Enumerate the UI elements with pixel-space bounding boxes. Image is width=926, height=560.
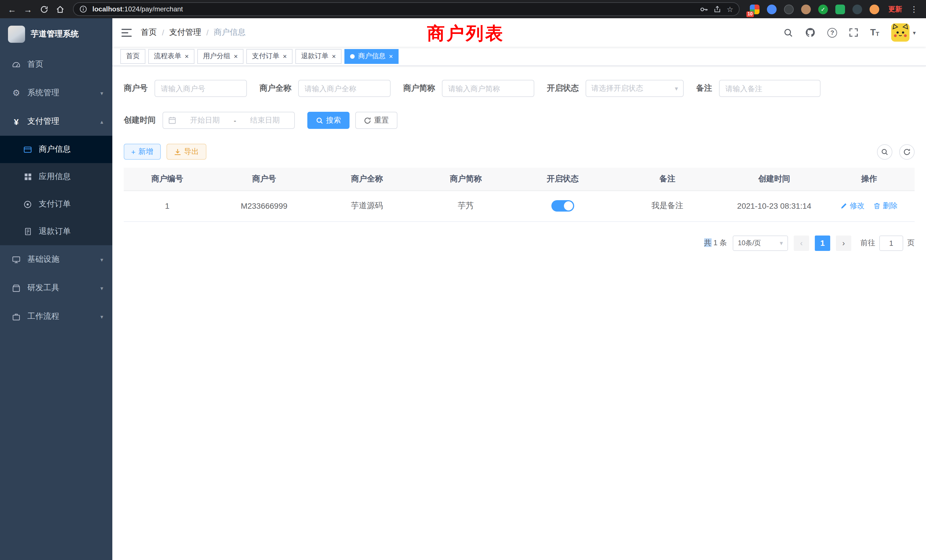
- browser-toolbar: ← → localhost:1024/pay/merchant ☆ 10: [0, 0, 926, 18]
- sidebar-item-payment-order[interactable]: 支付订单: [0, 191, 112, 218]
- close-icon[interactable]: ×: [283, 53, 287, 60]
- short-name-input[interactable]: [442, 80, 534, 97]
- tab-label: 首页: [126, 51, 140, 61]
- close-icon[interactable]: ×: [185, 53, 189, 60]
- breadcrumb-home[interactable]: 首页: [141, 27, 157, 38]
- share-icon[interactable]: [714, 5, 722, 13]
- github-icon: [805, 27, 816, 38]
- prev-page-button[interactable]: ‹: [794, 235, 809, 251]
- address-bar[interactable]: localhost:1024/pay/merchant ☆: [73, 2, 740, 16]
- browser-window: ← → localhost:1024/pay/merchant ☆ 10: [0, 0, 926, 560]
- breadcrumb-payment-mgmt[interactable]: 支付管理: [169, 27, 201, 38]
- sidebar-item-app-info[interactable]: 应用信息: [0, 163, 112, 191]
- cell-merchant-no: M233666999: [211, 191, 317, 221]
- extension-badge: 10: [746, 11, 754, 17]
- browser-home-button[interactable]: [53, 2, 67, 17]
- column-header: 操作: [824, 168, 915, 191]
- page-number-button[interactable]: 1: [815, 235, 830, 251]
- toggle-search-button[interactable]: [877, 144, 892, 159]
- column-header: 商户简称: [416, 168, 515, 191]
- app-root: 芋道管理系统 首页 ⚙ 系统管理 ▾ ¥ 支付管理 ▴: [0, 18, 926, 560]
- browser-extension-icon[interactable]: [852, 4, 862, 14]
- status-toggle[interactable]: [551, 200, 574, 212]
- browser-extension-icon[interactable]: ✓: [818, 4, 828, 14]
- sidebar-item-workflow[interactable]: 工作流程 ▾: [0, 302, 112, 331]
- browser-profile-avatar[interactable]: [870, 4, 879, 14]
- merchant-no-input[interactable]: [154, 80, 247, 97]
- browser-extension-icon[interactable]: [784, 4, 794, 14]
- edit-link[interactable]: 修改: [840, 201, 864, 211]
- yen-icon: ¥: [11, 117, 21, 126]
- sidebar-item-dev-tools[interactable]: 研发工具 ▾: [0, 274, 112, 302]
- reset-button[interactable]: 重置: [355, 112, 398, 129]
- close-icon[interactable]: ×: [389, 53, 393, 60]
- table-toolbar: + 新增 导出: [124, 144, 915, 160]
- search-button[interactable]: 搜索: [307, 112, 350, 129]
- target-icon: [23, 200, 32, 209]
- app-logo[interactable]: 芋道管理系统: [0, 18, 112, 50]
- sidebar-item-label: 基础设施: [27, 254, 59, 265]
- column-header: 创建时间: [725, 168, 824, 191]
- browser-extension-icon[interactable]: [835, 4, 845, 14]
- site-info-icon[interactable]: [79, 5, 87, 13]
- total-prefix: 共: [704, 238, 711, 247]
- header-search-button[interactable]: [784, 28, 793, 37]
- filter-full-name: 商户全称: [259, 80, 390, 97]
- next-page-button[interactable]: ›: [836, 235, 851, 251]
- close-icon[interactable]: ×: [332, 53, 336, 60]
- export-button[interactable]: 导出: [166, 144, 206, 160]
- remark-input[interactable]: [719, 80, 820, 97]
- browser-update-button[interactable]: 更新: [888, 4, 902, 14]
- page-size-select[interactable]: 10条/页 ▾: [733, 235, 788, 251]
- password-key-icon[interactable]: [700, 5, 708, 14]
- filter-status: 开启状态 请选择开启状态 ▾: [547, 80, 684, 97]
- tab-user-group[interactable]: 用户分组×: [197, 49, 244, 64]
- user-avatar-menu[interactable]: ▾: [891, 23, 916, 42]
- filter-label: 备注: [696, 83, 712, 94]
- browser-back-button[interactable]: ←: [5, 2, 20, 17]
- browser-extension-icon[interactable]: 10: [750, 4, 760, 14]
- cell-status: [515, 191, 610, 221]
- goto-page-input[interactable]: [879, 235, 903, 251]
- tab-merchant-info[interactable]: 商户信息×: [344, 49, 399, 64]
- grid-icon: [23, 173, 32, 181]
- status-select[interactable]: 请选择开启状态 ▾: [586, 80, 684, 97]
- sidebar-item-label: 支付订单: [39, 199, 71, 209]
- bookmark-star-icon[interactable]: ☆: [727, 5, 733, 14]
- sidebar-item-label: 工作流程: [27, 311, 59, 322]
- browser-menu-icon[interactable]: ⋮: [906, 5, 921, 14]
- browser-reload-button[interactable]: [36, 2, 51, 17]
- pagination-goto: 前往 页: [861, 235, 915, 251]
- add-button[interactable]: + 新增: [124, 144, 160, 160]
- sidebar-item-merchant-info[interactable]: 商户信息: [0, 136, 112, 163]
- chevron-down-icon: ▾: [100, 256, 103, 263]
- sidebar-item-home[interactable]: 首页: [0, 50, 112, 79]
- tab-refund-order[interactable]: 退款订单×: [295, 49, 342, 64]
- browser-extension-icon[interactable]: [767, 4, 776, 14]
- sidebar-item-payment-mgmt[interactable]: ¥ 支付管理 ▴: [0, 107, 112, 136]
- sidebar-item-system-mgmt[interactable]: ⚙ 系统管理 ▾: [0, 79, 112, 107]
- github-link-button[interactable]: [805, 27, 816, 38]
- sidebar-toggle-button[interactable]: [112, 18, 141, 47]
- close-icon[interactable]: ×: [234, 53, 238, 60]
- font-size-button[interactable]: TT: [870, 28, 879, 37]
- browser-extension-icon[interactable]: [801, 4, 811, 14]
- full-name-input[interactable]: [298, 80, 390, 97]
- tab-home[interactable]: 首页: [120, 49, 145, 64]
- refresh-table-button[interactable]: [899, 144, 915, 159]
- sidebar-item-label: 退款订单: [39, 226, 71, 237]
- help-button[interactable]: ?: [828, 28, 837, 37]
- delete-link-label: 删除: [883, 201, 897, 211]
- goto-prefix: 前往: [861, 238, 875, 248]
- sidebar-item-refund-order[interactable]: 退款订单: [0, 218, 112, 245]
- create-time-range-picker[interactable]: 开始日期 - 结束日期: [162, 112, 295, 129]
- delete-link[interactable]: 删除: [873, 201, 897, 211]
- tab-process-form[interactable]: 流程表单×: [148, 49, 194, 64]
- search-icon: [316, 117, 323, 124]
- tab-payment-order[interactable]: 支付订单×: [246, 49, 292, 64]
- fullscreen-button[interactable]: [849, 28, 858, 37]
- sidebar-item-infrastructure[interactable]: 基础设施 ▾: [0, 245, 112, 274]
- reset-button-label: 重置: [374, 115, 389, 126]
- browser-forward-button[interactable]: →: [21, 2, 35, 17]
- url-text[interactable]: localhost:1024/pay/merchant: [92, 5, 695, 13]
